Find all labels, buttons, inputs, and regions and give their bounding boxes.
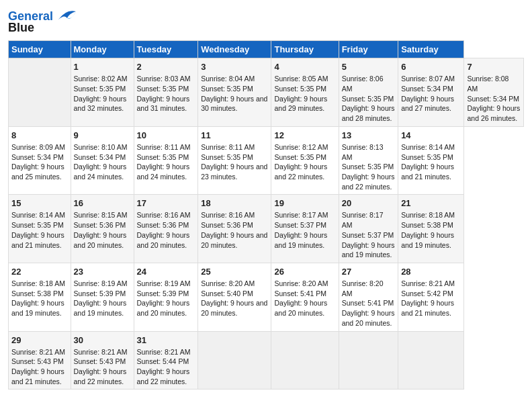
day-number: 25	[201, 266, 268, 278]
calendar-cell: 16Sunrise: 8:15 AMSunset: 5:36 PMDayligh…	[71, 195, 134, 263]
daylight-text: Daylight: 9 hours and 21 minutes.	[11, 231, 64, 249]
sunset-text: Sunset: 5:34 PM	[467, 95, 519, 103]
calendar-cell: 8Sunrise: 8:09 AMSunset: 5:34 PMDaylight…	[9, 126, 71, 195]
day-number: 23	[74, 266, 131, 278]
day-number: 4	[274, 61, 335, 73]
calendar-cell	[198, 331, 271, 390]
calendar-week-row: 1Sunrise: 8:02 AMSunset: 5:35 PMDaylight…	[9, 58, 524, 127]
sunset-text: Sunset: 5:37 PM	[342, 231, 394, 239]
calendar-cell: 19Sunrise: 8:17 AMSunset: 5:37 PMDayligh…	[271, 195, 339, 263]
sunset-text: Sunset: 5:40 PM	[201, 289, 253, 298]
calendar-cell: 11Sunrise: 8:11 AMSunset: 5:35 PMDayligh…	[198, 126, 271, 195]
sunset-text: Sunset: 5:35 PM	[201, 85, 253, 93]
day-number: 14	[401, 130, 461, 142]
sunset-text: Sunset: 5:35 PM	[201, 153, 253, 161]
sunrise-text: Sunrise: 8:13 AM	[342, 143, 384, 161]
day-number: 18	[201, 197, 268, 210]
daylight-text: Daylight: 9 hours and 19 minutes.	[74, 299, 127, 317]
sunset-text: Sunset: 5:37 PM	[274, 221, 326, 229]
day-number: 19	[274, 197, 335, 210]
day-number: 6	[401, 61, 461, 73]
calendar-cell: 25Sunrise: 8:20 AMSunset: 5:40 PMDayligh…	[198, 263, 271, 331]
header: General Blue	[8, 7, 524, 35]
calendar-cell: 22Sunrise: 8:18 AMSunset: 5:38 PMDayligh…	[9, 263, 71, 331]
calendar-cell	[271, 331, 339, 390]
daylight-text: Daylight: 9 hours and 21 minutes.	[401, 299, 454, 317]
day-number: 26	[274, 266, 335, 278]
daylight-text: Daylight: 9 hours and 28 minutes.	[342, 104, 395, 122]
sunrise-text: Sunrise: 8:19 AM	[137, 279, 191, 287]
sunset-text: Sunset: 5:35 PM	[74, 85, 126, 93]
calendar-body: 1Sunrise: 8:02 AMSunset: 5:35 PMDaylight…	[9, 58, 524, 390]
header-tuesday: Tuesday	[134, 41, 198, 58]
sunset-text: Sunset: 5:44 PM	[137, 357, 189, 365]
calendar-cell: 30Sunrise: 8:21 AMSunset: 5:43 PMDayligh…	[71, 331, 134, 390]
calendar-cell: 29Sunrise: 8:21 AMSunset: 5:43 PMDayligh…	[9, 331, 71, 390]
sunrise-text: Sunrise: 8:05 AM	[274, 75, 328, 83]
sunset-text: Sunset: 5:43 PM	[11, 357, 64, 365]
daylight-text: Daylight: 9 hours and 21 minutes.	[11, 367, 64, 385]
sunset-text: Sunset: 5:35 PM	[137, 153, 189, 161]
day-number: 30	[74, 334, 131, 347]
calendar-week-row: 15Sunrise: 8:14 AMSunset: 5:35 PMDayligh…	[9, 195, 524, 263]
calendar-cell: 23Sunrise: 8:19 AMSunset: 5:39 PMDayligh…	[71, 263, 134, 331]
sunset-text: Sunset: 5:35 PM	[342, 95, 394, 103]
day-number: 31	[137, 334, 195, 347]
calendar-week-row: 8Sunrise: 8:09 AMSunset: 5:34 PMDaylight…	[9, 126, 524, 195]
day-number: 28	[401, 266, 461, 278]
daylight-text: Daylight: 9 hours and 26 minutes.	[467, 104, 520, 122]
header-wednesday: Wednesday	[198, 41, 271, 58]
sunset-text: Sunset: 5:35 PM	[342, 163, 394, 171]
day-number: 11	[201, 130, 268, 142]
calendar-cell: 28Sunrise: 8:21 AMSunset: 5:42 PMDayligh…	[398, 263, 464, 331]
calendar-cell	[398, 331, 464, 390]
daylight-text: Daylight: 9 hours and 22 minutes.	[342, 173, 395, 191]
sunrise-text: Sunrise: 8:17 AM	[342, 211, 384, 229]
sunset-text: Sunset: 5:35 PM	[137, 85, 189, 93]
sunset-text: Sunset: 5:42 PM	[401, 289, 453, 298]
daylight-text: Daylight: 9 hours and 21 minutes.	[401, 163, 454, 181]
sunrise-text: Sunrise: 8:18 AM	[11, 279, 65, 287]
calendar-cell: 31Sunrise: 8:21 AMSunset: 5:44 PMDayligh…	[134, 331, 198, 390]
sunset-text: Sunset: 5:38 PM	[11, 289, 64, 298]
calendar-cell: 3Sunrise: 8:04 AMSunset: 5:35 PMDaylight…	[198, 58, 271, 127]
day-number: 15	[11, 197, 68, 210]
sunset-text: Sunset: 5:39 PM	[137, 289, 189, 298]
sunset-text: Sunset: 5:34 PM	[11, 153, 64, 161]
daylight-text: Daylight: 9 hours and 32 minutes.	[74, 95, 127, 113]
daylight-text: Daylight: 9 hours and 19 minutes.	[274, 231, 327, 249]
daylight-text: Daylight: 9 hours and 24 minutes.	[74, 163, 127, 181]
calendar-cell: 27Sunrise: 8:20 AMSunset: 5:41 PMDayligh…	[339, 263, 398, 331]
sunrise-text: Sunrise: 8:21 AM	[74, 348, 128, 356]
sunrise-text: Sunrise: 8:16 AM	[137, 211, 191, 219]
sunset-text: Sunset: 5:36 PM	[201, 221, 253, 229]
daylight-text: Daylight: 9 hours and 20 minutes.	[137, 231, 190, 249]
daylight-text: Daylight: 9 hours and 20 minutes.	[201, 231, 267, 249]
calendar-cell: 17Sunrise: 8:16 AMSunset: 5:36 PMDayligh…	[134, 195, 198, 263]
sunrise-text: Sunrise: 8:08 AM	[467, 75, 508, 93]
calendar-header-row: SundayMondayTuesdayWednesdayThursdayFrid…	[9, 41, 524, 58]
sunset-text: Sunset: 5:39 PM	[74, 289, 126, 298]
calendar-cell: 20Sunrise: 8:17 AMSunset: 5:37 PMDayligh…	[339, 195, 398, 263]
daylight-text: Daylight: 9 hours and 29 minutes.	[274, 95, 327, 113]
sunset-text: Sunset: 5:43 PM	[74, 357, 126, 365]
sunset-text: Sunset: 5:36 PM	[137, 221, 189, 229]
daylight-text: Daylight: 9 hours and 20 minutes.	[137, 299, 190, 317]
calendar-cell: 4Sunrise: 8:05 AMSunset: 5:35 PMDaylight…	[271, 58, 339, 127]
sunrise-text: Sunrise: 8:11 AM	[137, 143, 191, 151]
sunrise-text: Sunrise: 8:11 AM	[201, 143, 255, 151]
page-container: General Blue SundayMondayTuesdayWednesda…	[0, 0, 532, 396]
logo-bird-icon	[54, 7, 79, 24]
sunrise-text: Sunrise: 8:20 AM	[274, 279, 328, 287]
day-number: 27	[342, 266, 395, 278]
daylight-text: Daylight: 9 hours and 20 minutes.	[342, 309, 395, 327]
sunrise-text: Sunrise: 8:09 AM	[11, 143, 65, 151]
day-number: 29	[11, 334, 68, 347]
day-number: 7	[467, 61, 521, 73]
calendar-cell: 14Sunrise: 8:14 AMSunset: 5:35 PMDayligh…	[398, 126, 464, 195]
calendar-cell: 12Sunrise: 8:12 AMSunset: 5:35 PMDayligh…	[271, 126, 339, 195]
daylight-text: Daylight: 9 hours and 19 minutes.	[11, 299, 64, 317]
calendar-cell: 13Sunrise: 8:13 AMSunset: 5:35 PMDayligh…	[339, 126, 398, 195]
sunset-text: Sunset: 5:35 PM	[274, 85, 326, 93]
day-number: 17	[137, 197, 195, 210]
